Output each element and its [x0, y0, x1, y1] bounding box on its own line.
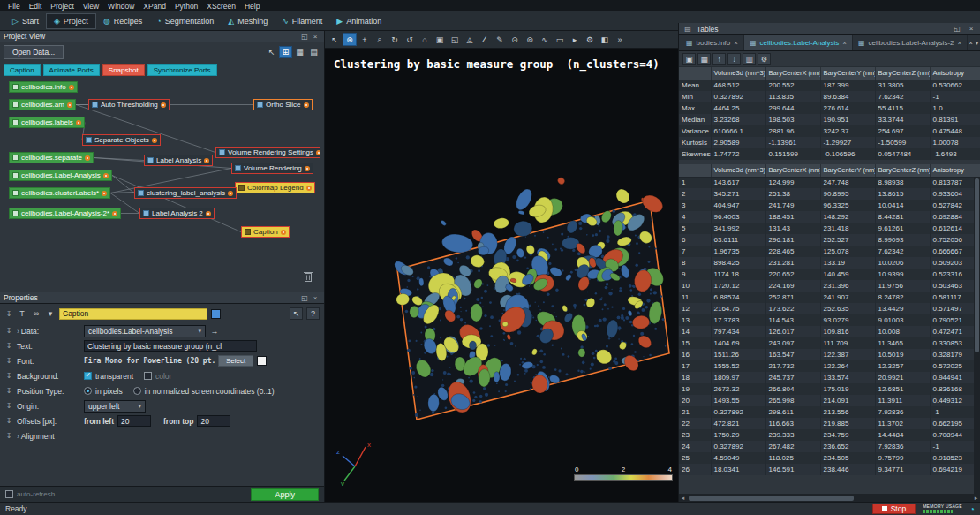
expander-icon[interactable]: ›: [17, 432, 19, 441]
horizontal-scrollbar[interactable]: ◂ ▸: [679, 494, 980, 502]
curve-icon[interactable]: ∿: [538, 33, 552, 46]
pointer-mode-icon[interactable]: ↖: [265, 46, 278, 58]
table-row[interactable]: 8898.425231.281133.1910.02060.509203: [679, 257, 980, 269]
zoom-tool-icon[interactable]: ⌕: [373, 33, 387, 46]
histogram-icon[interactable]: ▥: [743, 53, 756, 65]
table-row[interactable]: Min0.327892113.83589.63847.62342-1: [679, 91, 980, 102]
column-header[interactable]: Volume3d (nm^3): [711, 164, 765, 177]
pin-icon[interactable]: ↧: [4, 372, 13, 380]
table-row[interactable]: 91174.18220.652140.45910.93990.523316: [679, 269, 980, 280]
graph-node[interactable]: cellbodies.Label-Analysis: [9, 170, 112, 181]
node-port[interactable]: [206, 211, 211, 216]
tab-project[interactable]: ◈Project: [46, 13, 96, 29]
row-up-icon[interactable]: ↑: [712, 53, 726, 65]
close-all-tabs-icon[interactable]: ×: [968, 39, 974, 47]
tab-list-icon[interactable]: ▾: [974, 39, 980, 47]
graph-node[interactable]: Label Analysis: [144, 155, 213, 166]
goto-source-button[interactable]: →: [209, 327, 220, 336]
help-button[interactable]: ?: [306, 307, 320, 320]
table-row[interactable]: 240.327892267.482236.6527.92836-1: [679, 441, 980, 452]
seek-icon[interactable]: ⊙: [508, 33, 522, 46]
stereo-icon[interactable]: ⊚: [523, 33, 537, 46]
table-columns-icon[interactable]: ▦: [697, 53, 711, 65]
graph-node[interactable]: Separate Objects: [82, 134, 161, 146]
rotate-cw-icon[interactable]: ↻: [388, 33, 402, 46]
graph-node[interactable]: cellbodies.labels: [9, 117, 85, 128]
grid-view-icon[interactable]: ▦: [293, 46, 306, 58]
movie-icon[interactable]: ▸: [568, 33, 582, 46]
link-icon[interactable]: ∞: [31, 309, 41, 318]
node-port[interactable]: [281, 230, 286, 235]
set-home-icon[interactable]: ▣: [433, 33, 447, 46]
row-down-icon[interactable]: ↓: [727, 53, 741, 65]
column-header[interactable]: BaryCenterY (nm): [820, 164, 875, 177]
close-tab-icon[interactable]: ×: [958, 39, 962, 47]
node-port[interactable]: [228, 191, 233, 196]
animate-ports-button[interactable]: Animate Ports: [43, 64, 100, 76]
table-row[interactable]: 122164.75173.622252.63513.44290.571497: [679, 303, 980, 314]
viewport-3d[interactable]: ↖⊛+⌕↻↺⌂▣◱◬∠✎⊙⊚∿▭▸⚙◧» Clustering by basic…: [325, 31, 678, 502]
measure-icon[interactable]: ∠: [478, 33, 492, 46]
node-port[interactable]: [103, 173, 109, 178]
table-row[interactable]: 2345.271251.3890.899513.86150.933604: [679, 188, 980, 200]
table-row[interactable]: 192672.32266.804175.01912.68510.836168: [679, 383, 980, 395]
pan-mode-icon[interactable]: ⊞: [279, 46, 292, 58]
table-row[interactable]: 5341.992131.43231.4189.612610.612614: [679, 223, 980, 234]
float-panel-icon[interactable]: ◱: [299, 294, 310, 302]
table-row[interactable]: 254.59049118.025234.5059.757990.918523: [679, 452, 980, 464]
node-port[interactable]: [161, 102, 166, 108]
module-color-swatch[interactable]: [211, 309, 221, 319]
expander-icon[interactable]: ›: [17, 327, 19, 336]
split-view-icon[interactable]: ◧: [598, 33, 612, 46]
node-port[interactable]: [204, 158, 209, 163]
offset-left-input[interactable]: [117, 415, 151, 427]
node-port[interactable]: [304, 102, 309, 108]
font-select-button[interactable]: Select: [218, 355, 253, 367]
menu-item[interactable]: Python: [170, 2, 202, 11]
menu-item[interactable]: View: [79, 2, 103, 11]
menu-item[interactable]: XScreen: [202, 2, 240, 11]
snapshot-button[interactable]: Snapshot: [102, 64, 145, 76]
home-view-icon[interactable]: ⌂: [418, 33, 432, 46]
origin-dropdown[interactable]: upper left ▾: [84, 400, 146, 413]
node-port[interactable]: [102, 191, 107, 196]
table-row[interactable]: 2618.0341146.591238.4469.347710.694219: [679, 464, 980, 475]
tab-segmentation[interactable]: ◔Segmentation: [149, 13, 221, 29]
table-row[interactable]: Variance610666.12881.963242.37254.6970.4…: [679, 125, 980, 137]
column-header[interactable]: BaryCenterZ (nm): [875, 164, 930, 177]
menu-item[interactable]: Edit: [25, 2, 47, 11]
table-row[interactable]: 171555.52217.732122.26412.32570.572025: [679, 360, 980, 372]
compact-view-icon[interactable]: ▤: [307, 46, 320, 58]
job-monitor-icon[interactable]: ◔: [969, 504, 975, 514]
trackball-tool-icon[interactable]: ⊛: [343, 33, 357, 46]
graph-node[interactable]: clustering_label_analysis: [134, 187, 237, 199]
column-header[interactable]: Anisotropy: [930, 164, 980, 177]
tab-meshing[interactable]: ◭Meshing: [221, 13, 275, 29]
scroll-left-icon[interactable]: ◂: [679, 495, 687, 502]
column-header[interactable]: [679, 164, 711, 177]
color-checkbox[interactable]: [144, 372, 152, 380]
select-tool-icon[interactable]: ↖: [328, 33, 342, 46]
rotate-ccw-icon[interactable]: ↺: [403, 33, 417, 46]
graph-node[interactable]: Caption: [241, 226, 290, 238]
table-row[interactable]: 3404.947241.74996.332510.04140.527842: [679, 200, 980, 211]
table-tab[interactable]: ▦cellbodies.Label-Analysis-2×: [853, 35, 968, 50]
close-panel-icon[interactable]: ×: [966, 25, 976, 33]
menu-item[interactable]: Window: [103, 2, 139, 11]
pin-icon[interactable]: ↧: [4, 327, 13, 335]
table-row[interactable]: Kurtosis2.90589-1.13961-1.29927-1.505991…: [679, 137, 980, 148]
menu-item[interactable]: XPand: [139, 2, 170, 11]
table-row[interactable]: 1143.617124.999247.7488.989380.813787: [679, 177, 980, 188]
tab-recipes[interactable]: ◍Recipes: [96, 13, 149, 29]
node-port[interactable]: [152, 138, 157, 143]
auto-refresh-checkbox[interactable]: [5, 490, 13, 498]
node-port[interactable]: [305, 166, 310, 171]
table-row[interactable]: 1317.3783114.54393.02799.010030.790521: [679, 314, 980, 326]
graph-node[interactable]: cellbodies.am: [9, 99, 76, 110]
graph-node[interactable]: Colormap Legend: [235, 182, 315, 193]
tab-animation[interactable]: ▶Animation: [329, 13, 388, 29]
translate-tool-icon[interactable]: +: [358, 33, 372, 46]
node-port[interactable]: [112, 211, 117, 216]
synchronize-ports-button[interactable]: Synchronize Ports: [147, 64, 217, 76]
graph-node[interactable]: cellbodies.clusterLabels*: [9, 187, 110, 199]
